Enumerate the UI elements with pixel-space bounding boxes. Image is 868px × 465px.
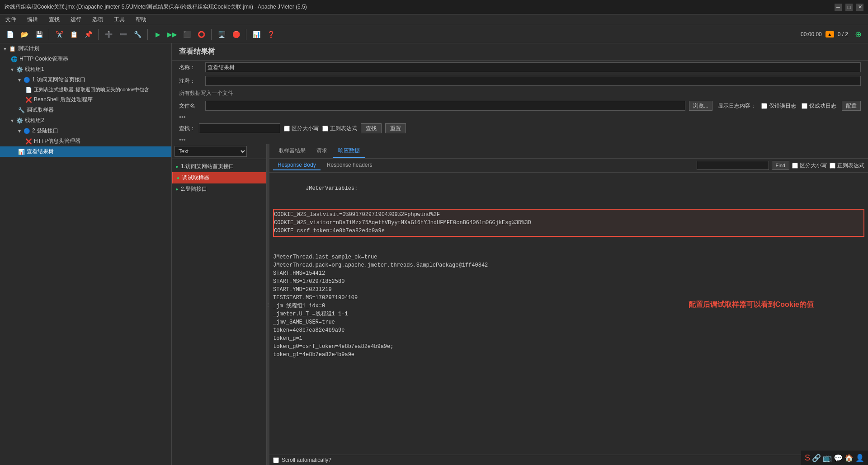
tree-item-thread-group-1[interactable]: ▾ ⚙️ 线程组1: [0, 64, 171, 75]
shutdown-button[interactable]: ⭕: [195, 28, 208, 41]
reset-button[interactable]: 重置: [385, 123, 406, 133]
copy-button[interactable]: 📋: [67, 28, 80, 41]
separator-4: [211, 29, 212, 40]
menu-run[interactable]: 运行: [69, 15, 83, 24]
tree-item-debug-sampler[interactable]: 🔧 调试取样器: [0, 105, 171, 115]
menu-help[interactable]: 帮助: [134, 15, 148, 24]
cut-button[interactable]: ✂️: [53, 28, 66, 41]
success-only-checkbox[interactable]: [802, 103, 807, 109]
tree-item-icon: 🔵: [24, 128, 30, 134]
file-input[interactable]: [205, 101, 685, 111]
template-button[interactable]: 📊: [250, 28, 263, 41]
scroll-auto-checkbox[interactable]: [273, 457, 279, 463]
log-options: 显示日志内容： 仅错误日志 仅成功日志 配置: [718, 101, 861, 111]
case-sensitive-label[interactable]: 区分大小写: [284, 125, 319, 132]
case-sensitive-checkbox[interactable]: [284, 126, 290, 132]
main-tabs: 取样器结果 请求 响应数据: [269, 144, 868, 159]
find-input[interactable]: [697, 161, 769, 170]
error-only-label: 仅错误日志: [769, 102, 796, 110]
bottom-icon-2: 📺: [823, 454, 832, 462]
tree-item-test-plan[interactable]: ▾ 📋 测试计划: [0, 43, 171, 54]
tree-item-http-header-manager[interactable]: ❌ HTTP信息头管理器: [0, 136, 171, 146]
menu-edit[interactable]: 编辑: [25, 15, 40, 24]
paste-button[interactable]: 📌: [82, 28, 94, 41]
bottom-icon-3: 💬: [834, 454, 843, 462]
add-button[interactable]: ➕: [102, 28, 115, 41]
find-button[interactable]: 查找: [361, 123, 382, 133]
open-button[interactable]: 📂: [18, 28, 31, 41]
sample-label: 2.登陆接口: [181, 185, 207, 193]
tree-item-icon: ❌: [25, 138, 32, 145]
name-row: 名称：: [172, 61, 868, 74]
tab-response-data[interactable]: 响应数据: [333, 144, 365, 158]
regex-label[interactable]: 正则表达式: [322, 125, 357, 132]
menu-bar: 文件 编辑 查找 运行 选项 工具 帮助: [0, 14, 868, 25]
sub-tab-response-body[interactable]: Response Body: [273, 160, 321, 170]
response-body: JMeterVariables: COOKIE_W2S_lastvisit=0%…: [269, 173, 868, 455]
type-selector[interactable]: Text HTML JSON XML: [175, 146, 247, 157]
tree-item-label: 测试计划: [18, 45, 39, 52]
right-panel: 查看结果树 名称： 注释： 所有数据写入一个文件 文件名 浏览... 显示日志内…: [172, 43, 868, 465]
menu-file[interactable]: 文件: [4, 15, 18, 24]
run-button[interactable]: ▶: [151, 28, 164, 41]
tree-item-regex-extractor[interactable]: 📄 正则表达式提取器-提取返回的响应头的cookie中包含: [0, 85, 171, 94]
save-button[interactable]: 💾: [33, 28, 45, 41]
help-button[interactable]: ❓: [264, 28, 277, 41]
expand-icon: ▾: [11, 117, 14, 124]
menu-options[interactable]: 选项: [90, 15, 105, 24]
find-regex-checkbox[interactable]: [830, 163, 835, 169]
tab-sampler-result[interactable]: 取样器结果: [273, 144, 311, 158]
tree-item-request-1[interactable]: ▾ 🔵 1.访问某网站首页接口: [0, 75, 171, 85]
tree-item-login-request[interactable]: ▾ 🔵 2.登陆接口: [0, 126, 171, 136]
counter-display: 0 / 2: [838, 31, 848, 38]
browse-button[interactable]: 浏览...: [689, 101, 712, 111]
tree-item-icon: 🌐: [11, 56, 18, 62]
name-input[interactable]: [205, 62, 861, 72]
sample-item-2[interactable]: ● 2.登陆接口: [172, 183, 266, 195]
success-only-checkbox-label[interactable]: 仅成功日志: [802, 102, 836, 110]
stop-button[interactable]: ⬛: [180, 28, 193, 41]
clear-button[interactable]: 🔧: [131, 28, 144, 41]
remove-button[interactable]: ➖: [117, 28, 129, 41]
remote-stop-button[interactable]: 🛑: [230, 28, 242, 41]
new-button[interactable]: 📄: [4, 28, 16, 41]
menu-search[interactable]: 查找: [47, 15, 61, 24]
run-stop-button[interactable]: ▶▶: [166, 28, 179, 41]
tree-item-cookie-manager[interactable]: 🌐 HTTP Cookie管理器: [0, 54, 171, 64]
maximize-button[interactable]: □: [845, 4, 853, 11]
find-case-sensitive-checkbox[interactable]: [792, 163, 798, 169]
window-title: 跨线程组实现Cookie关联.jmx (D:\apache-jmeter-5.5…: [5, 3, 307, 11]
regex-checkbox[interactable]: [322, 126, 328, 132]
find-btn[interactable]: Find: [772, 161, 789, 170]
configure-button[interactable]: 配置: [842, 101, 861, 111]
window-controls: ─ □ ✕: [835, 4, 863, 11]
sub-tab-response-headers[interactable]: Response headers: [322, 160, 377, 170]
tree-item-view-results-tree[interactable]: 📊 查看结果树: [0, 146, 171, 157]
expand-icon: ▾: [18, 77, 21, 83]
tree-item-icon: 📊: [18, 149, 25, 155]
minimize-button[interactable]: ─: [835, 4, 842, 11]
menu-tools[interactable]: 工具: [112, 15, 127, 24]
find-regex-label[interactable]: 正则表达式: [830, 162, 864, 169]
close-button[interactable]: ✕: [856, 4, 863, 11]
add-test-button[interactable]: ⊕: [852, 28, 864, 41]
status-dot-green: ●: [175, 164, 178, 169]
sample-section: Text HTML JSON XML ● 1.访问某网站首页接口 ● 调试取样器: [172, 144, 267, 465]
comment-input[interactable]: [205, 76, 861, 86]
remote-run-button[interactable]: 🖥️: [215, 28, 228, 41]
sample-item-1[interactable]: ● 1.访问某网站首页接口: [172, 161, 266, 172]
error-only-checkbox[interactable]: [761, 103, 767, 109]
tab-request[interactable]: 请求: [311, 144, 333, 158]
type-selector-row: Text HTML JSON XML: [172, 144, 266, 159]
tree-item-thread-group-2[interactable]: ▾ ⚙️ 线程组2: [0, 115, 171, 126]
search-label: 查找：: [179, 125, 195, 132]
search-input[interactable]: [199, 123, 280, 133]
highlighted-cookie-lines: COOKIE_W2S_lastvisit=0%091702971904%09%2…: [273, 209, 864, 237]
timer-display: 00:00:00: [801, 31, 822, 38]
error-only-checkbox-label[interactable]: 仅错误日志: [761, 102, 796, 110]
name-label: 名称：: [179, 64, 202, 71]
tree-item-icon: ❌: [25, 97, 32, 103]
sample-item-debug[interactable]: ● 调试取样器: [172, 172, 266, 183]
find-case-sensitive-label[interactable]: 区分大小写: [792, 162, 827, 169]
tree-item-beanshell[interactable]: ❌ BeanShell 后置处理程序: [0, 94, 171, 105]
